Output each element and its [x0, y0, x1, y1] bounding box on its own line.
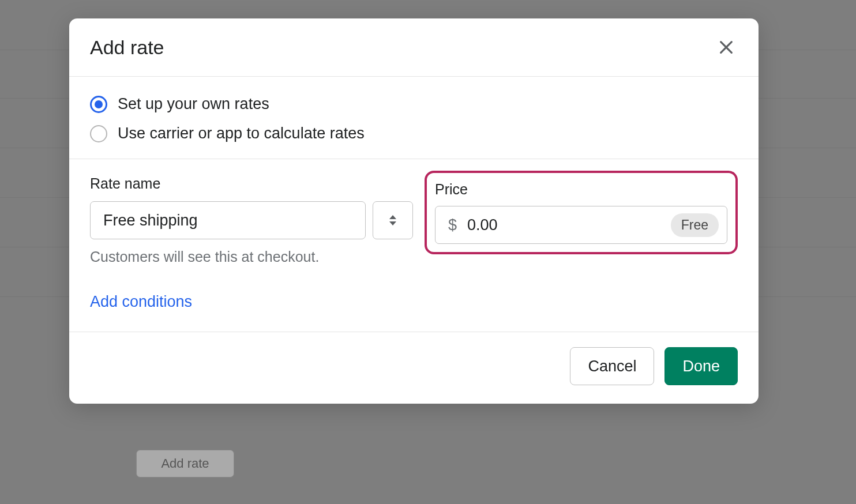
- price-input[interactable]: [467, 216, 671, 234]
- radio-own-label: Set up your own rates: [118, 95, 269, 113]
- rate-name-column: Rate name Customers will see this at che…: [90, 175, 413, 311]
- done-label: Done: [682, 358, 720, 375]
- modal-title: Add rate: [90, 36, 164, 59]
- modal-header: Add rate: [69, 18, 759, 77]
- price-highlight-box: Price $ Free: [425, 171, 738, 254]
- close-button[interactable]: [715, 36, 738, 59]
- free-badge: Free: [671, 213, 719, 237]
- svg-marker-3: [389, 221, 396, 225]
- price-input-wrap[interactable]: $ Free: [435, 206, 727, 244]
- rate-type-section: Set up your own rates Use carrier or app…: [69, 77, 759, 159]
- add-conditions-link[interactable]: Add conditions: [90, 293, 192, 311]
- price-label: Price: [435, 181, 727, 198]
- rate-fields-section: Rate name Customers will see this at che…: [69, 159, 759, 332]
- cancel-button[interactable]: Cancel: [570, 347, 654, 385]
- cancel-label: Cancel: [588, 358, 636, 375]
- radio-own-rates[interactable]: Set up your own rates: [90, 95, 738, 113]
- done-button[interactable]: Done: [664, 347, 738, 385]
- rate-name-label: Rate name: [90, 175, 413, 192]
- rate-name-help: Customers will see this at checkout.: [90, 249, 413, 265]
- svg-marker-2: [389, 215, 396, 219]
- radio-icon-unselected: [90, 125, 107, 142]
- rate-name-dropdown-button[interactable]: [373, 201, 413, 239]
- price-column: Price $ Free: [425, 175, 738, 254]
- add-rate-modal: Add rate Set up your own rates Use carri…: [69, 18, 759, 404]
- currency-symbol: $: [448, 216, 457, 234]
- rate-name-input[interactable]: [90, 201, 366, 239]
- sort-icon: [388, 213, 398, 227]
- modal-footer: Cancel Done: [69, 332, 759, 404]
- radio-carrier-rates[interactable]: Use carrier or app to calculate rates: [90, 125, 738, 142]
- close-icon: [717, 38, 735, 57]
- radio-icon-selected: [90, 96, 107, 113]
- radio-carrier-label: Use carrier or app to calculate rates: [118, 125, 365, 142]
